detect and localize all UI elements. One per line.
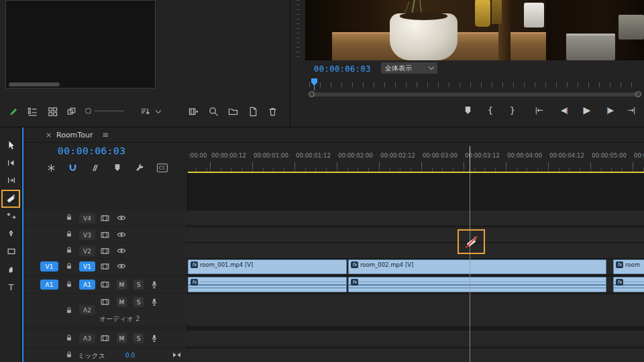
solo-button-a3[interactable]: S — [133, 333, 144, 343]
selection-tool-icon[interactable] — [0, 137, 22, 153]
program-zoom-scrollbar[interactable] — [309, 93, 641, 97]
lock-icon[interactable] — [66, 280, 72, 288]
timeline-ruler[interactable]: :00:00 00:00:00:12 00:00:01:00 00:00:01:… — [188, 143, 644, 173]
add-marker-button[interactable] — [461, 102, 474, 118]
new-bin-folder-icon[interactable] — [226, 105, 239, 118]
project-bin-scrollbar[interactable] — [9, 82, 60, 86]
video-clip-room-003[interactable]: fx room — [613, 259, 644, 274]
source-patch-v1[interactable]: V1 — [40, 261, 58, 272]
zoom-scrollbar-right-handle[interactable] — [635, 91, 641, 97]
new-item-icon[interactable] — [246, 105, 260, 118]
sort-dropdown-chevron-icon[interactable] — [156, 108, 161, 113]
audio-clip-room-002[interactable]: fx — [348, 277, 606, 292]
zoom-slider-handle[interactable] — [85, 108, 91, 114]
freeform-view-icon[interactable] — [64, 105, 78, 118]
pan-keyframe-icon[interactable] — [172, 352, 181, 358]
ruler-label: 00:00:01:00 — [254, 152, 288, 159]
playhead-line[interactable] — [470, 173, 470, 362]
sort-icons-icon[interactable] — [138, 105, 152, 118]
voiceover-mic-icon[interactable] — [151, 298, 158, 306]
voiceover-mic-icon[interactable] — [151, 280, 158, 289]
mute-button-a1[interactable]: M — [117, 280, 127, 290]
sync-lock-icon[interactable] — [101, 263, 109, 270]
slip-tool-icon[interactable] — [0, 208, 22, 224]
program-time-ruler[interactable] — [309, 82, 641, 87]
annotation-box-razor-cursor — [458, 229, 485, 254]
timeline-settings-wrench-icon[interactable] — [133, 162, 146, 174]
solo-button-a2[interactable]: S — [133, 297, 144, 307]
toggle-track-output-eye-icon[interactable] — [117, 247, 126, 254]
snap-magnet-icon[interactable] — [66, 162, 79, 174]
sync-lock-icon[interactable] — [101, 335, 109, 342]
list-view-icon[interactable] — [25, 105, 39, 118]
track-name-audio2[interactable]: オーディオ 2 — [99, 314, 140, 324]
track-target-a1[interactable]: A1 — [79, 280, 95, 290]
nest-sequence-icon[interactable] — [44, 162, 58, 174]
pen-tool-icon[interactable] — [0, 226, 22, 242]
mute-button-a2[interactable]: M — [117, 297, 127, 307]
add-marker-icon[interactable] — [111, 162, 124, 174]
rectangle-tool-icon[interactable] — [0, 243, 22, 259]
audio-clip-room-003[interactable]: fx — [613, 277, 644, 292]
lock-icon[interactable] — [66, 246, 72, 254]
type-tool-icon[interactable]: T — [0, 279, 22, 295]
step-back-button[interactable]: ◀| — [556, 102, 572, 118]
mute-button-a3[interactable]: M — [117, 333, 127, 343]
sync-lock-icon[interactable] — [101, 231, 109, 239]
go-to-in-button[interactable]: |← — [531, 102, 547, 118]
ruler-label: 00:00:05:00 — [592, 152, 627, 159]
project-bin-area[interactable] — [5, 0, 156, 88]
video-art-metal-box — [566, 34, 615, 60]
track-target-v3[interactable]: V3 — [79, 230, 95, 240]
track-target-a2[interactable]: A2 — [79, 305, 95, 315]
sync-lock-icon[interactable] — [101, 281, 109, 288]
mark-in-button[interactable]: { — [485, 102, 496, 118]
lock-icon[interactable] — [66, 334, 72, 342]
find-icon[interactable] — [207, 105, 220, 118]
zoom-fit-dropdown[interactable]: 全体表示 — [381, 62, 437, 74]
sync-lock-icon[interactable] — [101, 215, 109, 222]
track-target-a3[interactable]: A3 — [79, 333, 95, 343]
track-target-v4[interactable]: V4 — [79, 213, 95, 223]
lock-icon[interactable] — [66, 262, 72, 270]
lock-icon[interactable] — [66, 213, 72, 221]
tab-roomtour[interactable]: RoomTour — [56, 131, 93, 139]
icon-view-icon[interactable] — [46, 105, 59, 118]
mark-out-button[interactable]: } — [507, 102, 518, 118]
fx-badge: fx — [616, 261, 623, 268]
track-select-forward-tool-icon[interactable] — [0, 155, 22, 171]
zoom-slider-track[interactable] — [95, 111, 124, 111]
ripple-edit-tool-icon[interactable] — [0, 172, 22, 188]
audio-clip-room-001[interactable]: fx — [188, 277, 347, 292]
hand-tool-icon[interactable] — [0, 261, 22, 278]
toggle-track-output-eye-icon[interactable] — [117, 231, 126, 238]
lock-icon[interactable] — [66, 230, 72, 238]
program-video-preview — [305, 0, 644, 60]
lock-icon[interactable] — [66, 306, 72, 314]
track-target-v1[interactable]: V1 — [79, 261, 95, 272]
closed-captions-button[interactable]: CC — [154, 162, 170, 174]
toggle-track-output-eye-icon[interactable] — [117, 263, 126, 269]
toggle-track-output-eye-icon[interactable] — [117, 215, 126, 221]
zoom-scrollbar-left-handle[interactable] — [309, 91, 315, 97]
voiceover-mic-icon[interactable] — [151, 334, 158, 343]
mix-volume-value[interactable]: 0.0 — [125, 352, 135, 359]
timeline-clip-area[interactable]: fx room_001.mp4 [V] fx room_002.mp4 [V] … — [188, 173, 644, 362]
lock-icon[interactable] — [66, 351, 72, 359]
source-patch-a1[interactable]: A1 — [40, 280, 58, 290]
linked-selection-icon[interactable] — [88, 162, 101, 174]
trash-icon[interactable] — [266, 105, 279, 118]
sync-lock-icon[interactable] — [101, 298, 109, 306]
track-target-v2[interactable]: V2 — [79, 246, 95, 256]
panel-menu-icon[interactable]: ≡ — [102, 130, 109, 139]
video-clip-room-002[interactable]: fx room_002.mp4 [V] — [348, 259, 606, 274]
automate-to-sequence-icon[interactable] — [186, 105, 200, 118]
step-forward-button[interactable]: |▶ — [602, 102, 618, 118]
solo-button-a1[interactable]: S — [133, 280, 144, 290]
play-button[interactable]: ▶ — [579, 102, 595, 118]
go-to-out-button[interactable]: →| — [623, 102, 639, 118]
video-clip-room-001[interactable]: fx room_001.mp4 [V] — [188, 259, 347, 274]
sync-lock-icon[interactable] — [101, 247, 109, 255]
tab-close-icon[interactable]: × — [46, 131, 52, 139]
playhead-ruler-line[interactable] — [470, 146, 470, 173]
